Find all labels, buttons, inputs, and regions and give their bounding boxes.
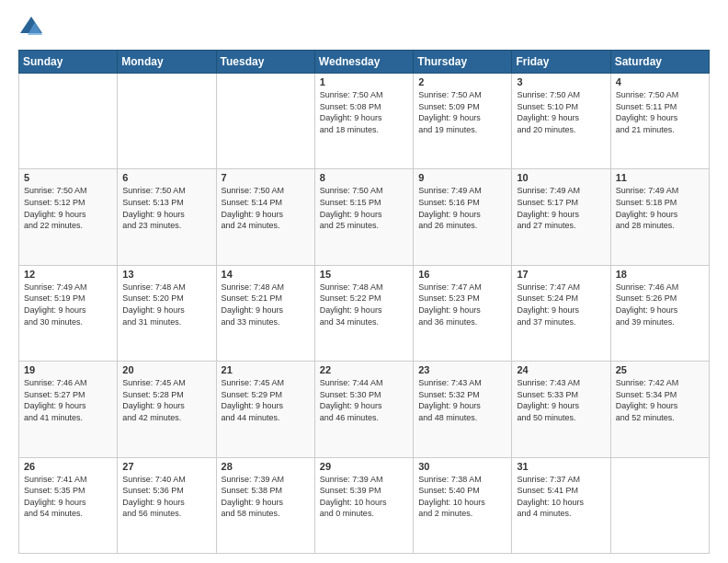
calendar-cell: 27Sunrise: 7:40 AM Sunset: 5:36 PM Dayli… xyxy=(118,457,216,553)
day-info: Sunrise: 7:47 AM Sunset: 5:23 PM Dayligh… xyxy=(418,282,506,327)
calendar-cell: 26Sunrise: 7:41 AM Sunset: 5:35 PM Dayli… xyxy=(19,457,118,553)
calendar-header-row: SundayMondayTuesdayWednesdayThursdayFrid… xyxy=(19,51,710,74)
calendar-header-friday: Friday xyxy=(512,51,610,74)
calendar-week-1: 1Sunrise: 7:50 AM Sunset: 5:08 PM Daylig… xyxy=(19,74,710,169)
calendar-cell: 25Sunrise: 7:42 AM Sunset: 5:34 PM Dayli… xyxy=(610,362,709,457)
day-number: 10 xyxy=(517,172,605,183)
day-number: 23 xyxy=(418,364,506,375)
calendar-header-tuesday: Tuesday xyxy=(216,51,314,74)
day-info: Sunrise: 7:50 AM Sunset: 5:12 PM Dayligh… xyxy=(24,185,112,231)
day-info: Sunrise: 7:48 AM Sunset: 5:22 PM Dayligh… xyxy=(320,282,408,327)
calendar-cell xyxy=(19,74,118,169)
calendar-cell: 7Sunrise: 7:50 AM Sunset: 5:14 PM Daylig… xyxy=(216,169,314,265)
calendar-cell: 11Sunrise: 7:49 AM Sunset: 5:18 PM Dayli… xyxy=(610,169,709,265)
calendar-cell: 18Sunrise: 7:46 AM Sunset: 5:26 PM Dayli… xyxy=(610,265,709,361)
day-info: Sunrise: 7:50 AM Sunset: 5:13 PM Dayligh… xyxy=(122,185,210,231)
day-number: 27 xyxy=(122,461,210,472)
day-info: Sunrise: 7:50 AM Sunset: 5:08 PM Dayligh… xyxy=(320,89,408,135)
calendar-header-sunday: Sunday xyxy=(19,51,118,74)
day-number: 25 xyxy=(616,364,704,375)
day-number: 29 xyxy=(320,461,408,472)
calendar-cell: 14Sunrise: 7:48 AM Sunset: 5:21 PM Dayli… xyxy=(216,265,314,361)
calendar-cell: 13Sunrise: 7:48 AM Sunset: 5:20 PM Dayli… xyxy=(118,265,216,361)
day-number: 9 xyxy=(418,172,506,183)
day-number: 12 xyxy=(24,269,112,280)
day-info: Sunrise: 7:41 AM Sunset: 5:35 PM Dayligh… xyxy=(24,474,112,520)
day-number: 18 xyxy=(616,269,704,280)
calendar-cell: 6Sunrise: 7:50 AM Sunset: 5:13 PM Daylig… xyxy=(118,169,216,265)
day-info: Sunrise: 7:50 AM Sunset: 5:11 PM Dayligh… xyxy=(616,89,704,135)
day-info: Sunrise: 7:46 AM Sunset: 5:27 PM Dayligh… xyxy=(24,377,112,423)
calendar-cell: 17Sunrise: 7:47 AM Sunset: 5:24 PM Dayli… xyxy=(512,265,610,361)
logo xyxy=(18,15,48,40)
day-info: Sunrise: 7:50 AM Sunset: 5:15 PM Dayligh… xyxy=(320,185,408,231)
day-info: Sunrise: 7:46 AM Sunset: 5:26 PM Dayligh… xyxy=(616,282,704,327)
page-container: SundayMondayTuesdayWednesdayThursdayFrid… xyxy=(0,0,728,563)
calendar-table: SundayMondayTuesdayWednesdayThursdayFrid… xyxy=(18,50,710,554)
calendar-cell: 1Sunrise: 7:50 AM Sunset: 5:08 PM Daylig… xyxy=(314,74,413,169)
calendar-cell: 22Sunrise: 7:44 AM Sunset: 5:30 PM Dayli… xyxy=(314,362,413,457)
calendar-cell: 9Sunrise: 7:49 AM Sunset: 5:16 PM Daylig… xyxy=(414,169,512,265)
calendar-week-4: 19Sunrise: 7:46 AM Sunset: 5:27 PM Dayli… xyxy=(19,362,710,457)
calendar-cell: 3Sunrise: 7:50 AM Sunset: 5:10 PM Daylig… xyxy=(512,74,610,169)
calendar-week-2: 5Sunrise: 7:50 AM Sunset: 5:12 PM Daylig… xyxy=(19,169,710,265)
day-number: 16 xyxy=(418,269,506,280)
calendar-header-monday: Monday xyxy=(118,51,216,74)
calendar-header-thursday: Thursday xyxy=(414,51,512,74)
calendar-header-wednesday: Wednesday xyxy=(314,51,413,74)
day-number: 14 xyxy=(222,269,310,280)
day-number: 1 xyxy=(320,76,408,87)
day-info: Sunrise: 7:49 AM Sunset: 5:19 PM Dayligh… xyxy=(24,282,112,327)
day-number: 2 xyxy=(418,76,506,87)
day-info: Sunrise: 7:43 AM Sunset: 5:32 PM Dayligh… xyxy=(418,377,506,423)
day-number: 24 xyxy=(517,364,605,375)
calendar-cell: 21Sunrise: 7:45 AM Sunset: 5:29 PM Dayli… xyxy=(216,362,314,457)
calendar-cell: 2Sunrise: 7:50 AM Sunset: 5:09 PM Daylig… xyxy=(414,74,512,169)
day-info: Sunrise: 7:43 AM Sunset: 5:33 PM Dayligh… xyxy=(517,377,605,423)
calendar-cell: 29Sunrise: 7:39 AM Sunset: 5:39 PM Dayli… xyxy=(314,457,413,553)
day-info: Sunrise: 7:47 AM Sunset: 5:24 PM Dayligh… xyxy=(517,282,605,327)
day-number: 15 xyxy=(320,269,408,280)
day-info: Sunrise: 7:39 AM Sunset: 5:38 PM Dayligh… xyxy=(222,474,310,520)
day-info: Sunrise: 7:40 AM Sunset: 5:36 PM Dayligh… xyxy=(122,474,210,520)
day-number: 31 xyxy=(517,461,605,472)
calendar-cell xyxy=(216,74,314,169)
day-number: 13 xyxy=(122,269,210,280)
day-info: Sunrise: 7:50 AM Sunset: 5:10 PM Dayligh… xyxy=(517,89,605,135)
calendar-cell xyxy=(610,457,709,553)
day-info: Sunrise: 7:49 AM Sunset: 5:18 PM Dayligh… xyxy=(616,185,704,231)
day-number: 30 xyxy=(418,461,506,472)
day-info: Sunrise: 7:38 AM Sunset: 5:40 PM Dayligh… xyxy=(418,474,506,520)
day-number: 19 xyxy=(24,364,112,375)
day-number: 7 xyxy=(222,172,310,183)
calendar-cell: 19Sunrise: 7:46 AM Sunset: 5:27 PM Dayli… xyxy=(19,362,118,457)
day-number: 28 xyxy=(222,461,310,472)
calendar-cell: 15Sunrise: 7:48 AM Sunset: 5:22 PM Dayli… xyxy=(314,265,413,361)
day-number: 5 xyxy=(24,172,112,183)
calendar-cell: 10Sunrise: 7:49 AM Sunset: 5:17 PM Dayli… xyxy=(512,169,610,265)
calendar-week-5: 26Sunrise: 7:41 AM Sunset: 5:35 PM Dayli… xyxy=(19,457,710,553)
calendar-cell: 23Sunrise: 7:43 AM Sunset: 5:32 PM Dayli… xyxy=(414,362,512,457)
day-number: 3 xyxy=(517,76,605,87)
day-number: 17 xyxy=(517,269,605,280)
day-info: Sunrise: 7:50 AM Sunset: 5:14 PM Dayligh… xyxy=(222,185,310,231)
day-info: Sunrise: 7:49 AM Sunset: 5:16 PM Dayligh… xyxy=(418,185,506,231)
day-info: Sunrise: 7:49 AM Sunset: 5:17 PM Dayligh… xyxy=(517,185,605,231)
day-number: 6 xyxy=(122,172,210,183)
calendar-week-3: 12Sunrise: 7:49 AM Sunset: 5:19 PM Dayli… xyxy=(19,265,710,361)
calendar-cell: 20Sunrise: 7:45 AM Sunset: 5:28 PM Dayli… xyxy=(118,362,216,457)
day-info: Sunrise: 7:45 AM Sunset: 5:29 PM Dayligh… xyxy=(222,377,310,423)
logo-icon xyxy=(18,15,44,40)
day-number: 22 xyxy=(320,364,408,375)
day-info: Sunrise: 7:44 AM Sunset: 5:30 PM Dayligh… xyxy=(320,377,408,423)
day-number: 4 xyxy=(616,76,704,87)
day-info: Sunrise: 7:50 AM Sunset: 5:09 PM Dayligh… xyxy=(418,89,506,135)
day-info: Sunrise: 7:42 AM Sunset: 5:34 PM Dayligh… xyxy=(616,377,704,423)
day-info: Sunrise: 7:48 AM Sunset: 5:20 PM Dayligh… xyxy=(122,282,210,327)
calendar-cell: 30Sunrise: 7:38 AM Sunset: 5:40 PM Dayli… xyxy=(414,457,512,553)
day-number: 26 xyxy=(24,461,112,472)
day-number: 8 xyxy=(320,172,408,183)
day-info: Sunrise: 7:45 AM Sunset: 5:28 PM Dayligh… xyxy=(122,377,210,423)
calendar-cell: 5Sunrise: 7:50 AM Sunset: 5:12 PM Daylig… xyxy=(19,169,118,265)
calendar-cell: 4Sunrise: 7:50 AM Sunset: 5:11 PM Daylig… xyxy=(610,74,709,169)
